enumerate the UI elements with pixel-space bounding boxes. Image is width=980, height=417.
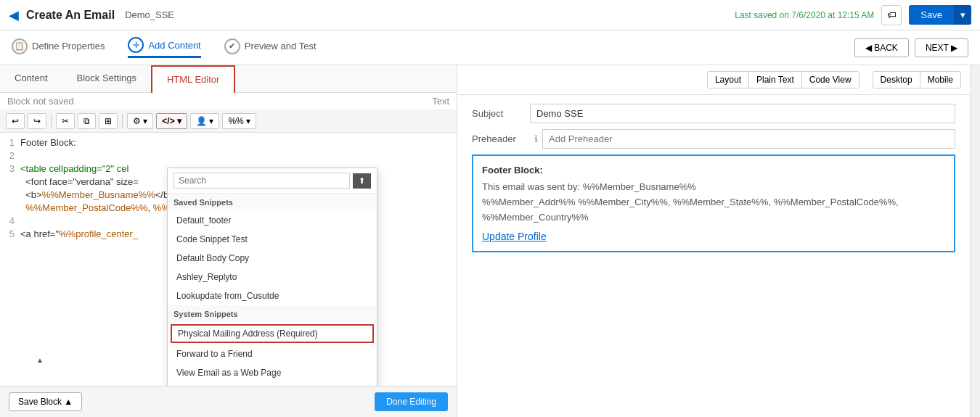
tab-html-editor[interactable]: HTML Editor	[151, 65, 235, 93]
last-saved-text: Last saved on 7/6/2020 at 12:15 AM	[735, 10, 874, 20]
plain-text-button[interactable]: Plain Text	[749, 72, 802, 88]
editor-toolbar: ↩ ↪ ✂ ⧉ ⊞ ⚙ ▾ </> ▾ 👤 ▾ %% ▾	[0, 110, 457, 133]
saved-snippets-label: Saved Snippets	[168, 194, 377, 211]
snippet-default-footer[interactable]: Default_footer	[168, 211, 377, 230]
snippet-ashley-replyto[interactable]: Ashley_Replyto	[168, 268, 377, 286]
code-snippet-button[interactable]: </> ▾	[156, 113, 187, 129]
snippet-search-bar: ⬆	[168, 168, 377, 194]
footer-line2: %%Member_Addr%% %%Member_City%%, %%Membe…	[482, 195, 945, 210]
bottom-bar: Save Block ▲ Done Editing	[0, 386, 457, 417]
preheader-input[interactable]	[542, 129, 955, 149]
snippet-dropdown: ⬆ Saved Snippets Default_footer Code Sni…	[167, 168, 377, 386]
back-arrow-icon[interactable]: ◀	[9, 7, 19, 23]
demo-label: Demo_SSE	[125, 9, 174, 20]
right-scrollbar[interactable]	[970, 65, 980, 417]
save-block-button[interactable]: Save Block ▲	[9, 392, 82, 411]
personalization-button[interactable]: 👤 ▾	[190, 113, 219, 129]
done-editing-button[interactable]: Done Editing	[375, 392, 448, 411]
snippet-privacy[interactable]: Privacy Policy	[168, 382, 377, 386]
redo-button[interactable]: ↪	[28, 113, 46, 129]
nav-steps: 📋 Define Properties ✛ Add Content ✔ Prev…	[0, 30, 980, 65]
preview-label: Preview and Test	[245, 41, 317, 51]
next-button[interactable]: NEXT ▶	[915, 38, 968, 57]
toolbar-sep-1	[51, 114, 52, 128]
add-content-label: Add Content	[148, 40, 200, 51]
snippet-scrollable: Saved Snippets Default_footer Code Snipp…	[168, 194, 377, 386]
preheader-info-icon: ℹ	[534, 133, 538, 144]
tag-icon[interactable]: 🏷	[881, 5, 902, 25]
add-content-icon: ✛	[128, 37, 144, 53]
layout-view-button[interactable]: Layout	[708, 72, 749, 88]
top-bar-right: Last saved on 7/6/2020 at 12:15 AM 🏷 Sav…	[735, 5, 971, 25]
editor-tabs: Content Block Settings HTML Editor	[0, 65, 457, 93]
email-body-preview: Footer Block: This email was sent by: %%…	[472, 154, 955, 252]
preheader-label: Preheader	[472, 133, 530, 144]
right-panel: Layout Plain Text Code View Desktop Mobi…	[457, 65, 970, 417]
define-label: Define Properties	[32, 41, 105, 51]
block-saved-bar: Block not saved Text	[0, 93, 457, 110]
subject-label: Subject	[472, 108, 530, 119]
system-snippets-label: System Snippets	[168, 305, 377, 323]
code-line-1: 1 Footer Block:	[0, 137, 457, 150]
main-content: Content Block Settings HTML Editor Block…	[0, 65, 980, 417]
scroll-indicator[interactable]: ▲	[36, 356, 44, 364]
mobile-view-button[interactable]: Mobile	[920, 72, 960, 88]
block-not-saved-text: Block not saved	[7, 96, 74, 107]
nav-steps-left: 📋 Define Properties ✛ Add Content ✔ Prev…	[12, 37, 317, 58]
right-panel-toolbar: Layout Plain Text Code View Desktop Mobi…	[457, 65, 970, 95]
top-bar: ◀ Create An Email Demo_SSE Last saved on…	[0, 0, 980, 30]
nav-step-add-content[interactable]: ✛ Add Content	[128, 37, 200, 58]
nav-steps-right: ◀ BACK NEXT ▶	[854, 38, 968, 57]
snippet-code-test[interactable]: Code Snippet Test	[168, 230, 377, 249]
preheader-row: Preheader ℹ	[472, 129, 955, 149]
left-panel: Content Block Settings HTML Editor Block…	[0, 65, 457, 417]
copy-button[interactable]: ⧉	[78, 113, 96, 129]
nav-step-define[interactable]: 📋 Define Properties	[12, 38, 105, 57]
cut-button[interactable]: ✂	[56, 113, 75, 129]
snippet-view-web[interactable]: View Email as a Web Page	[168, 363, 377, 382]
text-label: Text	[432, 96, 449, 107]
save-dropdown-button[interactable]: ▾	[954, 5, 971, 25]
email-preview: Subject Preheader ℹ Footer Block: This e…	[457, 95, 970, 417]
subject-row: Subject	[472, 104, 955, 123]
code-view-button[interactable]: Code View	[802, 72, 859, 88]
update-profile-link[interactable]: Update Profile	[482, 231, 945, 242]
snippet-lookupdate[interactable]: Lookupdate from_Cusutde	[168, 286, 377, 305]
footer-line1: This email was sent by: %%Member_Busname…	[482, 180, 945, 195]
footer-block-title: Footer Block:	[482, 165, 945, 176]
tab-content[interactable]: Content	[0, 65, 62, 92]
define-icon: 📋	[12, 38, 28, 54]
snippet-search-input[interactable]	[173, 173, 350, 189]
snippet-forward-friend[interactable]: Forward to a Friend	[168, 344, 377, 363]
variable-button[interactable]: %% ▾	[222, 113, 256, 129]
page-title: Create An Email	[26, 9, 115, 22]
save-btn-group: Save ▾	[909, 5, 971, 25]
save-button[interactable]: Save	[909, 5, 954, 25]
toolbar-sep-2	[122, 114, 123, 128]
device-btn-group: Desktop Mobile	[873, 71, 961, 88]
snippet-default-body[interactable]: Default Body Copy	[168, 249, 377, 268]
undo-button[interactable]: ↩	[6, 113, 25, 129]
code-editor-container: 1 Footer Block: 2 3 <table cellpadding="…	[0, 133, 457, 386]
nav-step-preview[interactable]: ✔ Preview and Test	[224, 38, 317, 57]
desktop-view-button[interactable]: Desktop	[873, 72, 920, 88]
snippet-upload-button[interactable]: ⬆	[353, 173, 371, 189]
snippet-physical-mailing[interactable]: Physical Mailing Address (Required)	[171, 324, 374, 343]
subject-input[interactable]	[530, 104, 955, 123]
tab-block-settings[interactable]: Block Settings	[62, 65, 151, 92]
top-bar-left: ◀ Create An Email Demo_SSE	[9, 7, 174, 23]
back-button[interactable]: ◀ BACK	[854, 38, 909, 57]
paste-button[interactable]: ⊞	[99, 113, 118, 129]
code-line-2: 2	[0, 150, 457, 163]
settings-dropdown-button[interactable]: ⚙ ▾	[127, 113, 153, 129]
preview-icon: ✔	[224, 38, 240, 54]
footer-line3: %%Member_Country%%	[482, 210, 945, 226]
view-btn-group: Layout Plain Text Code View	[707, 71, 859, 88]
